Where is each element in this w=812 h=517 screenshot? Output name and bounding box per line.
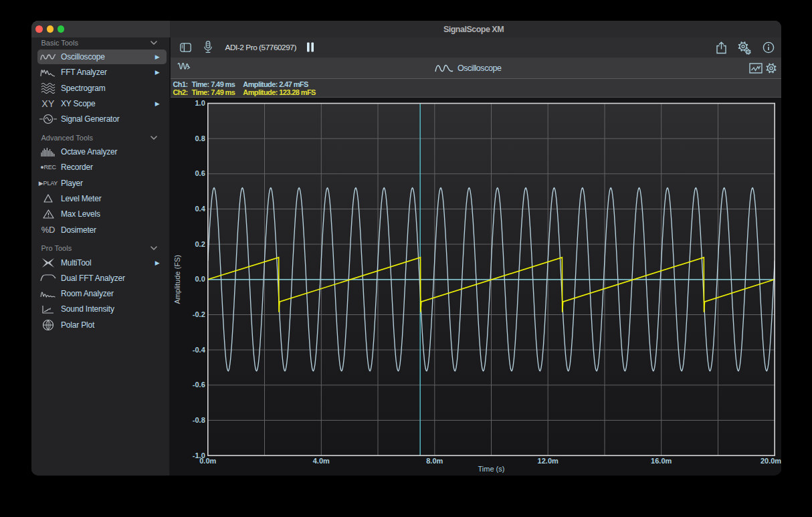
svg-text:0.6: 0.6 <box>195 169 205 177</box>
svg-text:-0.4: -0.4 <box>193 346 206 354</box>
svg-text:-0.2: -0.2 <box>193 310 205 318</box>
svg-text:1.0: 1.0 <box>195 99 205 107</box>
svg-text:8.0m: 8.0m <box>426 457 443 465</box>
svg-text:-0.6: -0.6 <box>193 381 205 389</box>
svg-text:0.0: 0.0 <box>195 275 205 283</box>
svg-text:0.0m: 0.0m <box>199 457 216 465</box>
svg-text:Amplitude (FS): Amplitude (FS) <box>173 255 181 304</box>
svg-text:20.0m: 20.0m <box>760 457 781 465</box>
svg-text:0.8: 0.8 <box>195 134 205 142</box>
svg-text:Time (s): Time (s) <box>478 465 505 473</box>
svg-text:4.0m: 4.0m <box>313 457 330 465</box>
svg-text:0.2: 0.2 <box>195 240 205 248</box>
svg-text:12.0m: 12.0m <box>538 457 559 465</box>
svg-text:0.4: 0.4 <box>195 205 206 213</box>
svg-text:16.0m: 16.0m <box>651 457 672 465</box>
svg-text:-0.8: -0.8 <box>193 416 205 424</box>
